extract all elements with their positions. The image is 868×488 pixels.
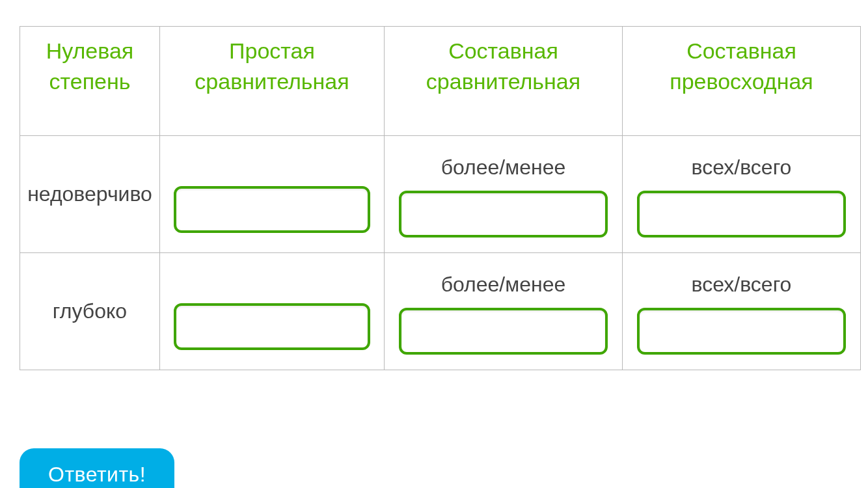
hint-compound-comp: более/менее xyxy=(390,156,617,179)
input-row1-compound-super[interactable] xyxy=(637,308,846,355)
input-row0-simple-comp[interactable] xyxy=(174,186,370,233)
row-zero-label: глубоко xyxy=(20,253,160,370)
submit-button[interactable]: Ответить! xyxy=(20,448,174,488)
header-simple-comp: Простая сравнительная xyxy=(160,27,385,136)
hint-compound-super: всех/всего xyxy=(628,273,855,296)
hint-compound-super: всех/всего xyxy=(628,156,855,179)
header-compound-comp: Составная сравнительная xyxy=(385,27,623,136)
table-row: недоверчиво более/менее всех/всего xyxy=(20,136,861,253)
input-row0-compound-super[interactable] xyxy=(637,191,846,237)
row-zero-label: недоверчиво xyxy=(20,136,160,253)
input-row1-simple-comp[interactable] xyxy=(174,303,370,350)
header-zero: Нулевая степень xyxy=(20,27,160,136)
header-compound-super: Составная превосходная xyxy=(623,27,861,136)
input-row1-compound-comp[interactable] xyxy=(399,308,608,355)
degrees-table: Нулевая степень Простая сравнительная Со… xyxy=(20,26,861,370)
table-row: глубоко более/менее всех/всего xyxy=(20,253,861,370)
hint-compound-comp: более/менее xyxy=(390,273,617,296)
input-row0-compound-comp[interactable] xyxy=(399,191,608,237)
